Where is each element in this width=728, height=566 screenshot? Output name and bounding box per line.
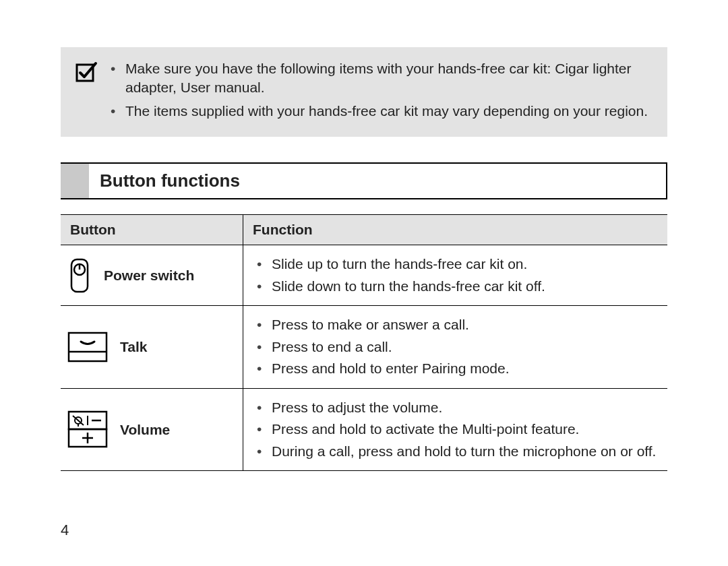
section-title: Button functions [89,164,251,198]
table-header-function: Function [243,215,668,245]
volume-button-icon [67,410,108,449]
table-row: Power switch Slide up to turn the hands-… [61,245,667,306]
section-heading: Button functions [61,162,667,199]
table-row: Volume Press to adjust the volume. Press… [61,388,667,471]
button-label: Power switch [104,266,194,284]
table-header-button: Button [61,215,243,245]
function-list: Slide up to turn the hands-free car kit … [250,253,661,297]
function-item: Press to make or answer a call. [250,314,661,336]
section-tab [61,164,89,198]
function-item: During a call, press and hold to turn th… [250,441,661,463]
talk-button-icon [67,332,108,363]
function-item: Slide up to turn the hands-free car kit … [250,253,661,276]
button-label: Talk [120,338,147,356]
power-switch-icon [67,258,92,293]
note-list: Make sure you have the following items w… [111,59,653,125]
note-item: Make sure you have the following items w… [111,59,653,98]
manual-page: Make sure you have the following items w… [0,0,728,566]
checkbox-icon [75,61,98,125]
svg-rect-4 [69,333,107,361]
page-number: 4 [61,522,69,539]
table-row: Talk Press to make or answer a call. Pre… [61,306,667,389]
function-item: Press and hold to activate the Multi-poi… [250,418,661,441]
function-item: Press to end a call. [250,336,661,358]
function-item: Press and hold to enter Pairing mode. [250,358,661,380]
note-box: Make sure you have the following items w… [61,47,667,137]
function-item: Press to adjust the volume. [250,397,661,419]
function-list: Press to make or answer a call. Press to… [250,314,661,380]
note-item: The items supplied with your hands-free … [111,102,653,121]
function-item: Slide down to turn the hands-free car ki… [250,276,661,298]
button-label: Volume [120,420,170,439]
function-list: Press to adjust the volume. Press and ho… [250,397,661,463]
button-functions-table: Button Function Power [61,214,667,471]
